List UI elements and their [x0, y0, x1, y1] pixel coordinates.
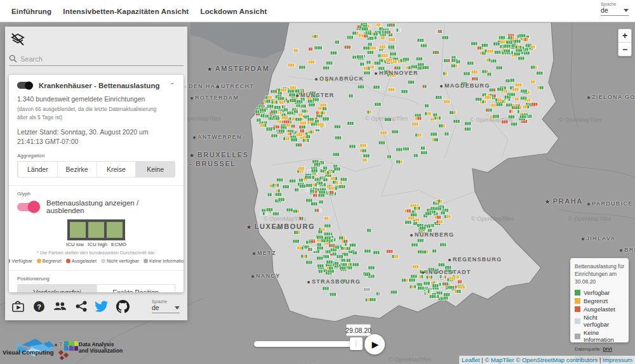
city-label: HANNOVER [375, 70, 418, 76]
attribution-segment[interactable]: Impressum [603, 356, 632, 363]
city-label: MÜNSTER [296, 92, 335, 98]
city-label: OSNABRÜCK [315, 75, 364, 82]
legend-item: Verfügbar [575, 289, 624, 296]
nav-language-select[interactable]: Sprache de [601, 2, 630, 16]
status-legend-item: Keine Information [144, 258, 184, 264]
search-icon [9, 55, 17, 63]
search-input[interactable]: Search [9, 52, 184, 66]
attribution-segment[interactable]: © OpenStreetMap contributors [516, 356, 598, 363]
city-label: UTRECHT [217, 83, 254, 89]
language-label: Sprache [601, 2, 630, 6]
attribution-segment[interactable]: © MapTiler [485, 356, 514, 363]
city-label: AMSTERDAM [207, 65, 270, 72]
glyph-toggle-label: Bettenauslastung anzeigen / ausblenden [46, 199, 175, 214]
openmaptiles-watermark: © OpenMapTiles [389, 356, 431, 363]
chevron-down-icon [175, 306, 180, 309]
status-legend-item: Verfügbar [9, 258, 32, 264]
last-update-text: Letzter Stand: Sonntag, 30. August 2020 … [17, 127, 173, 146]
divi-link[interactable]: DIVI [603, 346, 612, 352]
time-slider-handle[interactable] [350, 337, 363, 350]
city-label: PRAHA [545, 197, 583, 205]
map-legend-panel: Bettenauslastung für Einrichtungen am 30… [570, 258, 629, 342]
twitter-icon[interactable] [95, 300, 109, 313]
app-root: AMSTERDAMDEN HAAGUTRECHTROTTERDAMANTWERP… [0, 0, 635, 364]
city-label: LUXEMBOURG [246, 223, 315, 230]
city-label: - BRUSSEL [189, 160, 236, 167]
hide-layers-icon[interactable] [10, 32, 25, 47]
positioning-label: Positionierung [17, 276, 175, 282]
positioning-option[interactable]: Exakte Position [97, 285, 175, 292]
city-label: BRNO [620, 247, 635, 253]
city-label: METZ [253, 250, 276, 256]
video-tutorial-icon[interactable] [11, 300, 25, 313]
glyph-visibility-toggle[interactable] [17, 203, 39, 211]
layer-control-panel: Search Krankenhäuser - Bettenauslastung … [5, 27, 187, 320]
zoom-in-button[interactable]: + [618, 29, 631, 42]
glyph-cell-label: ICU low [66, 242, 84, 247]
zoom-out-button[interactable]: − [618, 42, 631, 56]
nav-item[interactable]: Einführung [11, 8, 51, 15]
ecmo-cell [107, 222, 123, 238]
top-navbar: EinführungIntensivbetten-Kapazitäten Ans… [0, 0, 635, 22]
hospital-layer-card: Krankenhäuser - Bettenauslastung ⌃ 1.340… [9, 75, 184, 292]
play-button[interactable]: ▶ [364, 334, 385, 354]
city-label: ZIELONA GÓRA [587, 94, 635, 100]
city-label: PARDUBICE [587, 200, 633, 207]
legend-title: Bettenauslastung für Einrichtungen am 30… [575, 263, 624, 285]
city-label: ROTTERDAM [190, 94, 239, 101]
glyph-cell-label: ICU high [88, 242, 107, 247]
chevron-down-icon [624, 9, 629, 12]
time-slider-tooltip: 29.08.20 [346, 324, 371, 336]
glyph-footnote: * Die Farben stellen den bundesweiten Du… [17, 250, 175, 256]
share-icon[interactable] [74, 300, 88, 313]
time-slider-track[interactable] [254, 341, 363, 347]
nav-item[interactable]: Intensivbetten-Kapazitäten Ansicht [63, 8, 189, 15]
city-label: JIHLAVA [582, 235, 615, 242]
aggregation-option[interactable]: Kreise [97, 162, 136, 177]
city-label: BRUXELLES [189, 151, 249, 159]
panel-language-select[interactable]: Sprache de [152, 299, 181, 313]
aggregation-option[interactable]: Keine [135, 162, 175, 177]
openmaptiles-watermark: © OpenMapTiles [559, 117, 601, 123]
city-label: ANTWERPEN [193, 134, 242, 140]
city-label: STRASBOURG [307, 278, 361, 285]
status-legend-item: Begrenzt [37, 258, 62, 264]
help-icon[interactable]: ? [32, 300, 46, 313]
openmaptiles-watermark: © OpenMapTiles [471, 216, 514, 222]
data-source: Datenquelle: DIVI [575, 346, 624, 352]
facility-count: 1.340 bundesweit gemeldete Einrichtungen [17, 95, 175, 103]
city-label: INGOLSTADT [422, 269, 471, 275]
panel-footer: ? Sprache [5, 292, 187, 320]
legend-item: Ausgelastet [575, 306, 624, 313]
attribution-segment[interactable]: | [598, 356, 603, 363]
aggregation-segmented-control: LänderBezirkeKreiseKeine [17, 161, 175, 178]
openmaptiles-watermark: © OpenMapTiles [264, 216, 306, 222]
card-title: Krankenhäuser - Bettenauslastung [39, 82, 170, 89]
visual-computing-label: Visual Computing [3, 349, 54, 356]
nav-item[interactable]: Lockdown Ansicht [200, 8, 267, 15]
collapse-chevron-icon[interactable]: ⌃ [170, 82, 175, 88]
legend-item: Nicht verfügbar [575, 314, 624, 328]
svg-text:?: ? [37, 302, 41, 310]
aggregation-option[interactable]: Bezirke [57, 162, 97, 177]
dav-label: Data Analysis and Visualization [79, 342, 123, 354]
attribution-segment[interactable]: Leaflet [462, 356, 480, 363]
glyph-cell-label: ECMO [111, 242, 126, 247]
glyph-label: Glyph [17, 191, 175, 197]
openmaptiles-watermark: © OpenMapTiles [568, 216, 611, 222]
icu-low-cell [70, 222, 86, 238]
layer-toggle[interactable] [17, 82, 32, 89]
map-zoom-control: + − [618, 29, 632, 56]
aggregation-option[interactable]: Länder [18, 162, 57, 177]
play-icon: ▶ [372, 339, 379, 349]
positioning-option[interactable]: Verdeckungsfrei [18, 285, 97, 292]
openmaptiles-watermark: © OpenMapTiles [470, 117, 512, 123]
status-color-legend: VerfügbarBegrenztAusgelastetNicht verfüg… [17, 258, 175, 264]
team-icon[interactable] [53, 300, 67, 313]
aggregation-label: Aggregation [17, 153, 175, 159]
openmaptiles-watermark: © OpenMapTiles [365, 115, 408, 122]
legend-item: Keine Information [575, 329, 624, 343]
github-icon[interactable] [116, 300, 130, 313]
language-value: de [601, 6, 608, 14]
glyph-preview: ICU lowICU highECMO [17, 219, 175, 247]
